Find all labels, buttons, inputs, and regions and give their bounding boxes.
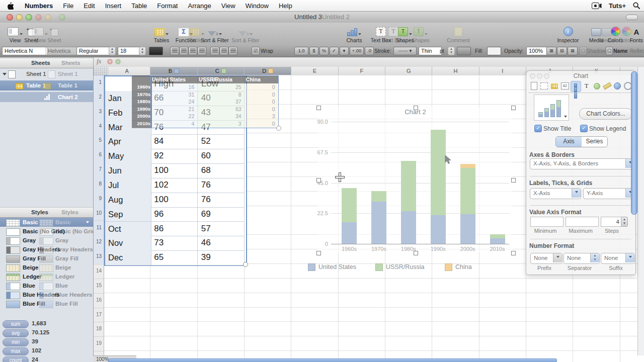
menu-table[interactable]: Table [126, 2, 152, 10]
row-header-16[interactable]: 16 [93, 293, 104, 308]
show-title-checkbox[interactable]: ✓ [534, 125, 542, 132]
row-header-8[interactable]: 8 [93, 177, 104, 192]
separator-dropdown[interactable]: None ▲▼ [564, 253, 600, 264]
number-format-button-5[interactable]: +.00 [350, 47, 364, 55]
menu-window[interactable]: Window [240, 2, 274, 10]
number-format-button-3[interactable]: ✓ [330, 47, 339, 55]
disclosure-triangle-icon[interactable] [3, 73, 7, 75]
value-cell[interactable]: 60 [198, 149, 245, 163]
font-family-field[interactable]: Helvetica N [2, 47, 47, 55]
menu-help[interactable]: Help [274, 2, 297, 10]
chart-bar-segment[interactable] [342, 188, 357, 222]
stroke-line-style-dropdown[interactable]: —— ▾ [393, 47, 417, 55]
chart-colors-button[interactable]: Chart Colors... [579, 108, 632, 120]
column-header-G[interactable]: G [385, 67, 432, 75]
month-cell[interactable]: Apr [105, 134, 151, 149]
chart-bar-segment[interactable] [401, 211, 416, 244]
chart-selection-handle[interactable] [316, 106, 321, 110]
toolbar-sort-filter-button[interactable]: 3Sort & Filter [201, 24, 229, 43]
style-item-blue-fill[interactable]: Blue FillBlue Fill [0, 299, 93, 308]
tuts-menu-extra[interactable]: Tuts+ [609, 2, 626, 10]
inspector-tab-link-icon[interactable] [613, 81, 622, 91]
number-format-button-0[interactable]: 1.0 [294, 47, 308, 55]
row-header-17[interactable]: 17 [93, 308, 104, 323]
row-header-11[interactable]: 11 [93, 221, 104, 236]
tab-axis[interactable]: Axis [556, 137, 582, 147]
sidebar-item-sheet-1[interactable]: Sheet 1Sheet 1 [0, 69, 93, 79]
chart-type-selector[interactable] [534, 95, 569, 121]
vertical-scrollbar[interactable] [631, 71, 637, 215]
value-cell[interactable]: 92 [151, 149, 197, 163]
value-cell[interactable]: 52 [198, 134, 245, 149]
valign-button-0[interactable] [210, 47, 219, 55]
month-cell[interactable]: Sep [105, 207, 151, 222]
style-item-basic[interactable]: BasicBasic [0, 218, 93, 227]
value-cell[interactable]: 76 [198, 193, 245, 207]
row-header-13[interactable]: 13 [93, 249, 104, 264]
chart-bar-segment[interactable] [460, 164, 475, 168]
valign-button-1[interactable] [219, 47, 228, 55]
tab-series[interactable]: Series [582, 137, 607, 147]
apple-menu[interactable] [0, 2, 20, 10]
formula-bar[interactable]: fx ✕ ✓ [93, 57, 644, 67]
chart-bar-segment[interactable] [401, 161, 416, 211]
maximum-field[interactable] [566, 217, 599, 227]
border-all-button[interactable]: ⊞ [568, 47, 578, 55]
inspector-tab-text-icon[interactable]: T [582, 81, 592, 91]
stroke-color-well[interactable] [457, 47, 471, 55]
inspector-tab-document-icon[interactable] [529, 81, 539, 91]
inspector-tab-layout-icon[interactable] [540, 81, 549, 91]
menu-edit[interactable]: Edit [78, 2, 100, 10]
row-header-6[interactable]: 6 [93, 148, 104, 163]
opacity-field[interactable]: 100% [526, 47, 547, 55]
horizontal-scrollbar[interactable] [108, 358, 557, 362]
sidebar-item-chart-2[interactable]: Chart 2 [0, 92, 93, 102]
sidebar-item-table-1[interactable]: Table 1Table 1 [0, 80, 93, 90]
chart-selection-handle[interactable] [511, 106, 516, 110]
value-cell[interactable]: 68 [198, 163, 245, 178]
month-cell[interactable]: Jun [105, 163, 151, 178]
chart-bar-segment[interactable] [371, 191, 386, 202]
month-cell[interactable]: Dec [105, 250, 151, 265]
value-cell[interactable]: 84 [151, 134, 197, 149]
inspector-tab-graphic-icon[interactable] [592, 81, 602, 91]
column-header-H[interactable]: H [432, 67, 479, 75]
chart-bar-segment[interactable] [431, 130, 446, 215]
align-button-0[interactable] [170, 47, 179, 55]
inspector-tab-table-icon[interactable] [550, 81, 559, 91]
month-cell[interactable]: May [105, 149, 151, 163]
number-format-button-6[interactable]: .0 [365, 47, 374, 55]
chart-selection-handle[interactable] [316, 251, 321, 255]
row-header-3[interactable]: 3 [93, 105, 104, 120]
column-header-D[interactable]: D [245, 67, 291, 75]
row-header-2[interactable]: 2 [93, 90, 104, 105]
menu-insert[interactable]: Insert [100, 2, 127, 10]
month-cell[interactable]: Oct [105, 222, 151, 236]
steps-stepper[interactable]: ▲▼ [621, 217, 628, 227]
stroke-style-field[interactable]: Thin [419, 47, 442, 55]
row-header-10[interactable]: 10 [93, 206, 104, 221]
chart-selection-handle[interactable] [414, 251, 418, 255]
suffix-dropdown[interactable]: None [601, 253, 635, 264]
toolbar-charts-button[interactable]: Charts [340, 24, 368, 43]
stroke-width-stepper[interactable]: ▲▼ [448, 47, 455, 55]
row-header-1[interactable]: 1 [93, 75, 104, 90]
chart-bar-segment[interactable] [460, 168, 475, 214]
font-size-stepper[interactable]: ▲▼ [139, 47, 146, 55]
number-format-button-2[interactable]: % [319, 47, 329, 55]
month-cell[interactable]: Aug [105, 193, 151, 207]
column-header-I[interactable]: I [479, 67, 526, 75]
value-cell[interactable]: 100 [151, 193, 197, 207]
style-item-gray-headers[interactable]: Gray HeadersGray Headers [0, 245, 93, 254]
number-format-button-4[interactable]: ▾ [340, 47, 349, 55]
value-cell[interactable]: 65 [151, 250, 197, 265]
toolbar-inspector-button[interactable]: iInspector [554, 24, 582, 43]
menu-view[interactable]: View [216, 2, 240, 10]
value-cell[interactable]: 102 [151, 178, 197, 193]
style-menu-caret-icon[interactable] [86, 221, 89, 223]
menu-numbers[interactable]: Numbers [20, 2, 58, 10]
value-cell[interactable]: 86 [151, 222, 197, 236]
minimum-field[interactable] [530, 217, 564, 227]
chart-canvas[interactable]: Chart 2 022.545.067.590.01960s1970s1980s… [318, 107, 513, 252]
inspector-tab-metrics-icon[interactable] [603, 81, 612, 91]
